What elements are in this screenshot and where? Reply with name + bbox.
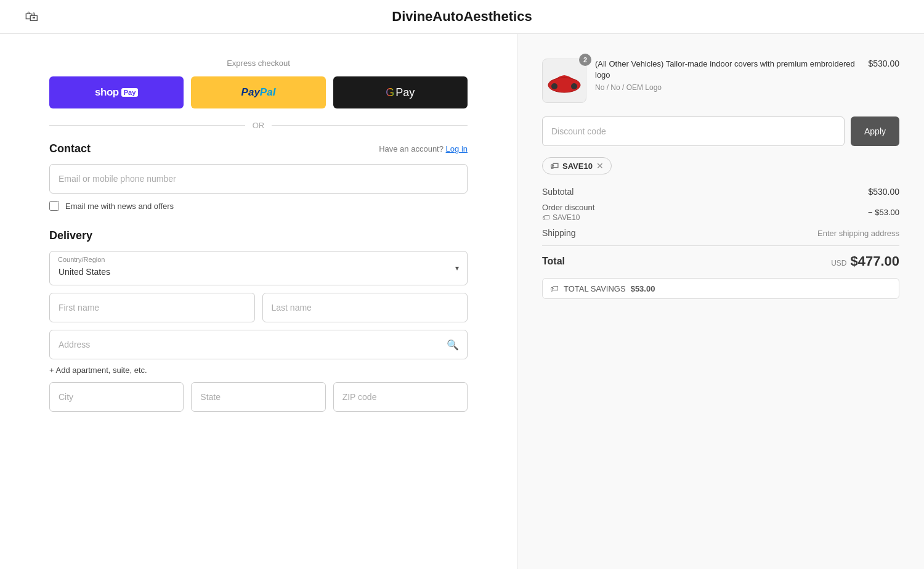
discount-tag-icon-sub: 🏷: [542, 213, 549, 222]
product-image-wrapper: 2: [542, 59, 586, 103]
discount-tag: 🏷 SAVE10 ✕: [542, 157, 612, 174]
paypal-button[interactable]: PayPal: [191, 76, 325, 108]
discount-amount: − $53.00: [868, 208, 899, 217]
name-row: [49, 293, 468, 322]
subtotal-label: Subtotal: [542, 187, 573, 197]
delivery-header: Delivery: [49, 229, 468, 242]
discount-row: Apply: [542, 116, 899, 146]
bag-icon[interactable]: 🛍: [25, 9, 38, 25]
right-panel: 2 (All Other Vehicles) Tailor-made indoo…: [517, 34, 924, 569]
last-name-input[interactable]: [262, 293, 468, 322]
shop-pay-box: Pay: [121, 88, 139, 97]
add-apt-link[interactable]: + Add apartment, suite, etc.: [49, 366, 147, 375]
have-account-text: Have an account?: [379, 144, 444, 153]
express-buttons: shop Pay PayPal G Pay: [49, 76, 468, 108]
city-input[interactable]: [49, 382, 184, 412]
country-select[interactable]: United States Canada United Kingdom: [49, 251, 468, 285]
log-in-link[interactable]: Log in: [446, 144, 468, 153]
svg-point-3: [571, 83, 577, 89]
tag-icon: 🏷: [550, 161, 559, 171]
shipping-value: Enter shipping address: [817, 229, 899, 238]
product-name: (All Other Vehicles) Tailor-made indoor …: [595, 59, 859, 81]
or-divider: OR: [49, 121, 468, 130]
product-cover-svg: [546, 65, 583, 96]
total-row: Total USD $477.00: [542, 253, 899, 269]
savings-value: $53.00: [631, 284, 655, 293]
main-layout: Express checkout shop Pay PayPal G Pay O…: [0, 34, 924, 569]
first-name-wrap: [49, 293, 255, 322]
express-checkout-label: Express checkout: [49, 59, 468, 68]
summary-divider: [542, 245, 899, 246]
order-discount-row: Order discount 🏷 SAVE10 − $53.00: [542, 203, 899, 222]
total-currency: USD: [831, 259, 846, 268]
shipping-row: Shipping Enter shipping address: [542, 228, 899, 238]
product-item: 2 (All Other Vehicles) Tailor-made indoo…: [542, 59, 899, 103]
address-input[interactable]: [49, 330, 468, 359]
delivery-title: Delivery: [49, 229, 92, 242]
shop-pay-button[interactable]: shop Pay: [49, 76, 184, 108]
site-title: DivineAutoAesthetics: [392, 9, 532, 25]
contact-title: Contact: [49, 142, 91, 155]
country-select-wrapper: Country/Region United States Canada Unit…: [49, 251, 468, 285]
left-panel: Express checkout shop Pay PayPal G Pay O…: [0, 34, 517, 569]
total-value: $477.00: [850, 253, 899, 269]
apply-discount-button[interactable]: Apply: [851, 116, 899, 146]
gpay-pay-text: Pay: [395, 86, 415, 99]
total-right: USD $477.00: [831, 253, 899, 269]
savings-icon: 🏷: [550, 284, 559, 293]
zip-input[interactable]: [333, 382, 468, 412]
total-label: Total: [542, 256, 565, 267]
email-news-row: Email me with news and offers: [49, 201, 468, 211]
order-discount-label: Order discount: [542, 203, 594, 212]
last-name-wrap: [262, 293, 468, 322]
city-row: [49, 382, 468, 412]
state-input[interactable]: [191, 382, 325, 412]
first-name-input[interactable]: [49, 293, 255, 322]
or-text: OR: [253, 121, 265, 130]
delivery-section: Delivery Country/Region United States Ca…: [49, 229, 468, 412]
email-input[interactable]: [49, 164, 468, 194]
gpay-button[interactable]: G Pay: [333, 76, 468, 108]
discount-code-input[interactable]: [542, 116, 845, 146]
order-discount-labels: Order discount 🏷 SAVE10: [542, 203, 594, 222]
header: 🛍 DivineAutoAesthetics: [0, 0, 924, 34]
contact-login-link: Have an account? Log in: [379, 144, 468, 153]
contact-header: Contact Have an account? Log in: [49, 142, 468, 155]
svg-point-2: [551, 83, 557, 89]
address-search-icon[interactable]: 🔍: [447, 339, 459, 351]
product-price: $530.00: [868, 59, 899, 68]
contact-section: Contact Have an account? Log in Email me…: [49, 142, 468, 211]
email-news-label: Email me with news and offers: [65, 202, 174, 211]
product-info: (All Other Vehicles) Tailor-made indoor …: [595, 59, 859, 92]
email-news-checkbox[interactable]: [49, 201, 59, 211]
discount-code-label: SAVE10: [562, 161, 593, 171]
paypal-pal-text: Pal: [260, 86, 276, 99]
subtotal-value: $530.00: [868, 187, 899, 197]
shipping-label: Shipping: [542, 228, 576, 238]
product-variant: No / No / OEM Logo: [595, 83, 859, 92]
paypal-pay-text: Pay: [241, 86, 260, 99]
savings-label: TOTAL SAVINGS: [564, 284, 626, 293]
subtotal-row: Subtotal $530.00: [542, 187, 899, 197]
discount-code-sub-label: SAVE10: [553, 213, 580, 222]
savings-row: 🏷 TOTAL SAVINGS $53.00: [542, 278, 899, 299]
product-badge: 2: [579, 54, 591, 66]
product-image: [542, 59, 586, 103]
discount-code-sub: 🏷 SAVE10: [542, 213, 594, 222]
shop-pay-text: shop: [95, 86, 119, 99]
gpay-g-text: G: [386, 86, 394, 99]
address-wrapper: 🔍: [49, 330, 468, 359]
remove-discount-button[interactable]: ✕: [596, 161, 604, 170]
